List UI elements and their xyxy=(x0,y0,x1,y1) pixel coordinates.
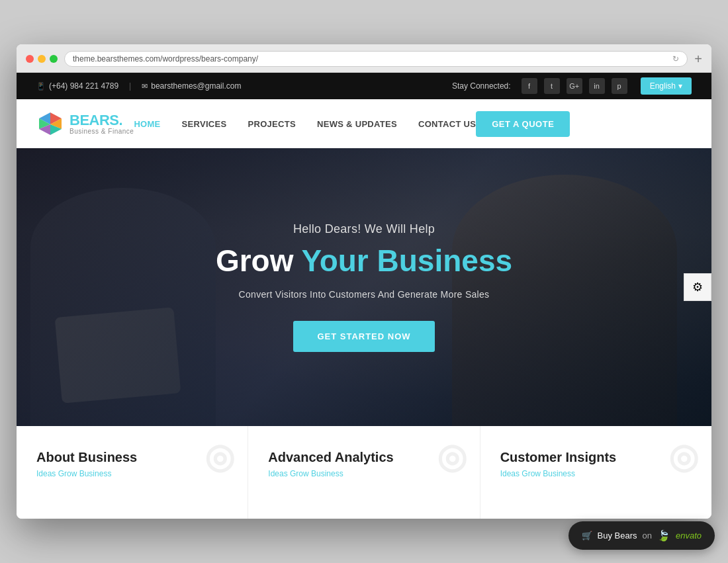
nav-link-news[interactable]: NEWS & UPDATES xyxy=(317,119,397,129)
feature-title-3: Customer Insignts xyxy=(500,450,692,465)
nav-item-contact[interactable]: CONTACT US xyxy=(418,118,476,130)
feature-section: ◎ About Business Ideas Grow Business ◎ A… xyxy=(17,426,711,519)
envato-leaf-icon: 🍃 xyxy=(657,529,670,542)
top-bar: 📱 (+64) 984 221 4789 | ✉ bearsthemes@gma… xyxy=(17,73,711,99)
email-icon: ✉ xyxy=(142,82,148,91)
feature-card-2: ◎ Advanced Analytics Ideas Grow Business xyxy=(248,426,480,519)
minimize-dot[interactable] xyxy=(38,55,46,63)
hero-content: Hello Dears! We Will Help Grow Your Busi… xyxy=(203,222,525,353)
hero-title-cyan: Your Business xyxy=(301,243,512,278)
feature-card-1: ◎ About Business Ideas Grow Business xyxy=(17,426,248,519)
refresh-icon[interactable]: ↻ xyxy=(672,54,679,64)
email-address: bearsthemes@gmail.com xyxy=(151,81,241,91)
hero-subtitle: Hello Dears! We Will Help xyxy=(216,222,512,236)
logo: BEARS. Business & Finance xyxy=(36,110,134,138)
hero-title-white: Grow xyxy=(216,243,302,278)
pinterest-icon[interactable]: p xyxy=(612,78,627,94)
feature-subtitle-2: Ideas Grow Business xyxy=(268,469,459,478)
nav-link-contact[interactable]: CONTACT US xyxy=(418,119,476,129)
language-arrow: ▾ xyxy=(678,81,682,91)
stay-connected-label: Stay Connected: xyxy=(452,81,511,91)
hero-title: Grow Your Business xyxy=(216,244,512,278)
nav-link-projects[interactable]: PROJECTS xyxy=(248,119,296,129)
language-label: English xyxy=(650,81,676,91)
envato-label: envato xyxy=(676,531,702,541)
feature-title-2: Advanced Analytics xyxy=(268,450,459,465)
top-bar-contact: 📱 (+64) 984 221 4789 | ✉ bearsthemes@gma… xyxy=(36,81,452,91)
language-selector[interactable]: English ▾ xyxy=(641,77,692,95)
gear-icon: ⚙ xyxy=(692,280,703,294)
feature-card-3: ◎ Customer Insignts Ideas Grow Business xyxy=(480,426,711,519)
close-dot[interactable] xyxy=(26,55,34,63)
feature-subtitle-1: Ideas Grow Business xyxy=(36,469,228,478)
fullscreen-dot[interactable] xyxy=(50,55,58,63)
buy-bar[interactable]: 🛒 Buy Bears on 🍃 envato xyxy=(569,521,715,550)
feature-subtitle-3: Ideas Grow Business xyxy=(500,469,692,478)
instagram-icon[interactable]: in xyxy=(589,78,605,94)
email-info: ✉ bearsthemes@gmail.com xyxy=(142,81,241,91)
address-text: theme.bearsthemes.com/wordpress/bears-co… xyxy=(73,54,258,64)
phone-icon: 📱 xyxy=(36,82,46,91)
nav-bar: BEARS. Business & Finance HOME SERVICES … xyxy=(17,99,711,148)
social-section: Stay Connected: f t G+ in p xyxy=(452,78,627,94)
nav-link-home[interactable]: HOME xyxy=(134,119,160,129)
divider: | xyxy=(129,81,131,91)
on-label: on xyxy=(642,531,651,541)
logo-subtitle: Business & Finance xyxy=(69,128,134,135)
phone-info: 📱 (+64) 984 221 4789 xyxy=(36,81,118,91)
nav-link-services[interactable]: SERVICES xyxy=(182,119,227,129)
hero-section: Hello Dears! We Will Help Grow Your Busi… xyxy=(17,148,711,426)
nav-links: HOME SERVICES PROJECTS NEWS & UPDATES CO… xyxy=(134,118,476,130)
facebook-icon[interactable]: f xyxy=(522,78,537,94)
hero-cta-button[interactable]: GET STARTED NOW xyxy=(293,321,434,352)
nav-item-home[interactable]: HOME xyxy=(134,118,160,130)
buy-label: Buy Bears xyxy=(598,531,637,541)
browser-dots xyxy=(26,55,58,63)
address-bar[interactable]: theme.bearsthemes.com/wordpress/bears-co… xyxy=(64,51,688,67)
nav-item-services[interactable]: SERVICES xyxy=(182,118,227,130)
nav-item-news[interactable]: NEWS & UPDATES xyxy=(317,118,397,130)
main-nav: HOME SERVICES PROJECTS NEWS & UPDATES CO… xyxy=(134,118,476,130)
nav-item-projects[interactable]: PROJECTS xyxy=(248,118,296,130)
googleplus-icon[interactable]: G+ xyxy=(567,78,582,94)
phone-number: (+64) 984 221 4789 xyxy=(49,81,118,91)
cart-icon: 🛒 xyxy=(582,531,592,541)
get-quote-button[interactable]: GET A QUOTE xyxy=(476,111,570,137)
browser-window: theme.bearsthemes.com/wordpress/bears-co… xyxy=(17,44,711,519)
hero-description: Convert Visitors Into Customers And Gene… xyxy=(216,289,512,300)
feature-title-1: About Business xyxy=(36,450,228,465)
language-section: English ▾ xyxy=(641,77,692,95)
logo-icon xyxy=(36,110,64,138)
browser-chrome: theme.bearsthemes.com/wordpress/bears-co… xyxy=(17,44,711,73)
logo-brand: BEARS. xyxy=(69,113,134,128)
logo-text: BEARS. Business & Finance xyxy=(69,113,134,135)
settings-widget[interactable]: ⚙ xyxy=(684,273,711,301)
twitter-icon[interactable]: t xyxy=(544,78,560,94)
new-tab-button[interactable]: + xyxy=(694,52,702,65)
